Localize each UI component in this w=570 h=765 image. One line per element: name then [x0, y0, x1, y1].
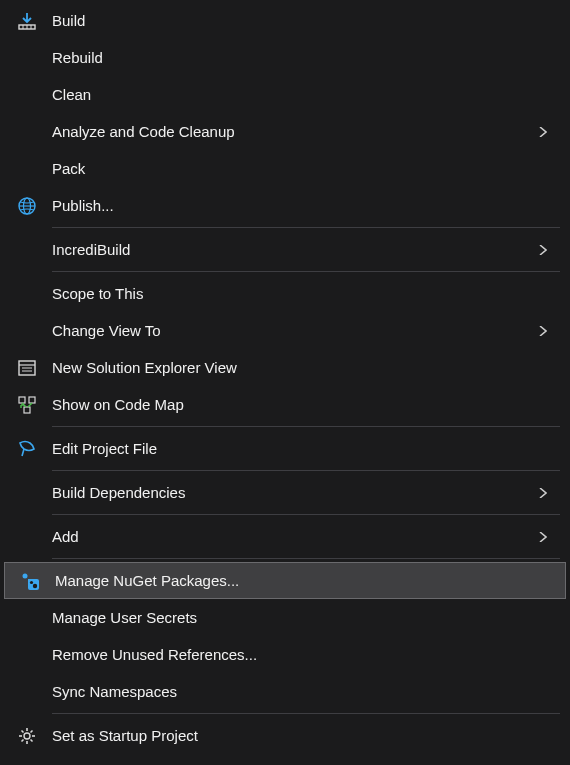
menu-item-label: Show on Code Map	[52, 396, 534, 413]
menu-item-label: Set as Startup Project	[52, 727, 534, 744]
menu-item-new-solution-explorer-view[interactable]: New Solution Explorer View	[2, 349, 568, 386]
menu-item-sync-namespaces[interactable]: Sync Namespaces	[2, 673, 568, 710]
menu-item-label: Sync Namespaces	[52, 683, 534, 700]
chevron-right-icon	[534, 127, 552, 137]
menu-item-label: New Solution Explorer View	[52, 359, 534, 376]
menu-item-incredibuild[interactable]: IncrediBuild	[2, 231, 568, 268]
menu-item-label: Manage NuGet Packages...	[55, 572, 531, 589]
menu-item-show-on-code-map[interactable]: Show on Code Map	[2, 386, 568, 423]
menu-item-label: Remove Unused References...	[52, 646, 534, 663]
chevron-right-icon	[534, 326, 552, 336]
nuget-icon	[5, 571, 55, 591]
menu-item-scope-to-this[interactable]: Scope to This	[2, 275, 568, 312]
menu-separator	[52, 470, 560, 471]
menu-item-rebuild[interactable]: Rebuild	[2, 39, 568, 76]
menu-item-label: IncrediBuild	[52, 241, 534, 258]
menu-item-label: Analyze and Code Cleanup	[52, 123, 534, 140]
menu-item-label: Manage User Secrets	[52, 609, 534, 626]
context-menu: BuildRebuildCleanAnalyze and Code Cleanu…	[2, 2, 568, 765]
menu-item-pack[interactable]: Pack	[2, 150, 568, 187]
menu-item-label: Publish...	[52, 197, 534, 214]
menu-item-manage-user-secrets[interactable]: Manage User Secrets	[2, 599, 568, 636]
build-download-icon	[2, 11, 52, 31]
menu-separator	[52, 426, 560, 427]
menu-item-edit-project-file[interactable]: Edit Project File	[2, 430, 568, 467]
menu-item-build[interactable]: Build	[2, 2, 568, 39]
menu-item-add[interactable]: Add	[2, 518, 568, 555]
menu-item-label: Rebuild	[52, 49, 534, 66]
solution-explorer-icon	[2, 358, 52, 378]
chevron-right-icon	[534, 532, 552, 542]
menu-item-analyze-and-code-cleanup[interactable]: Analyze and Code Cleanup	[2, 113, 568, 150]
edit-file-icon	[2, 439, 52, 459]
menu-separator	[52, 558, 560, 559]
menu-separator	[52, 271, 560, 272]
menu-item-label: Scope to This	[52, 285, 534, 302]
menu-item-label: Build Dependencies	[52, 484, 534, 501]
menu-item-remove-unused-references[interactable]: Remove Unused References...	[2, 636, 568, 673]
chevron-right-icon	[534, 488, 552, 498]
code-map-icon	[2, 395, 52, 415]
globe-icon	[2, 196, 52, 216]
menu-item-set-as-startup-project[interactable]: Set as Startup Project	[2, 717, 568, 754]
menu-item-label: Add	[52, 528, 534, 545]
gear-icon	[2, 726, 52, 746]
menu-item-debug[interactable]: Debug	[2, 754, 568, 765]
menu-item-build-dependencies[interactable]: Build Dependencies	[2, 474, 568, 511]
menu-item-label: Pack	[52, 160, 534, 177]
menu-item-label: Clean	[52, 86, 534, 103]
menu-item-manage-nuget-packages[interactable]: Manage NuGet Packages...	[4, 562, 566, 599]
menu-separator	[52, 713, 560, 714]
chevron-right-icon	[534, 245, 552, 255]
menu-item-label: Edit Project File	[52, 440, 534, 457]
menu-separator	[52, 227, 560, 228]
menu-item-clean[interactable]: Clean	[2, 76, 568, 113]
menu-item-change-view-to[interactable]: Change View To	[2, 312, 568, 349]
menu-separator	[52, 514, 560, 515]
menu-item-publish[interactable]: Publish...	[2, 187, 568, 224]
menu-item-label: Build	[52, 12, 534, 29]
menu-item-label: Change View To	[52, 322, 534, 339]
